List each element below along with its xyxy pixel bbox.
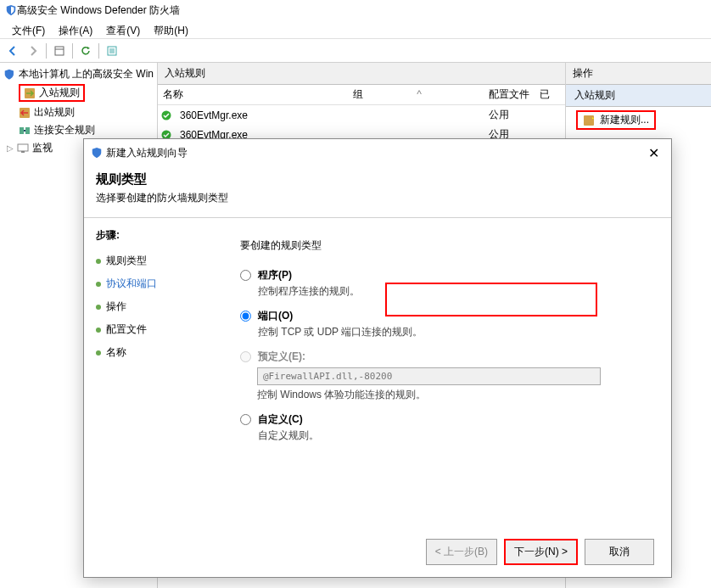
row-name: 360EvtMgr.exe (175, 109, 353, 121)
predefined-desc: 控制 Windows 体验功能连接的规则。 (257, 388, 651, 402)
expand-icon[interactable]: ▷ (7, 143, 14, 153)
tree-outbound[interactable]: 出站规则 (2, 104, 155, 121)
menu-bar: 文件(F) 操作(A) 查看(V) 帮助(H) (0, 20, 711, 39)
tree-root[interactable]: 本地计算机 上的高级安全 Win (2, 66, 155, 82)
row-profile: 公用 (489, 108, 540, 122)
wizard-header: 规则类型 选择要创建的防火墙规则类型 (84, 166, 671, 218)
svg-rect-12 (18, 144, 28, 151)
tree-inbound[interactable]: 入站规则 (2, 82, 155, 104)
menu-action[interactable]: 操作(A) (52, 22, 99, 36)
tree-root-label: 本地计算机 上的高级安全 Win (19, 67, 154, 81)
connsec-icon (19, 125, 31, 137)
monitor-icon (17, 143, 29, 154)
table-row[interactable]: 360EvtMgr.exe 公用 (158, 105, 565, 125)
refresh-button[interactable] (76, 42, 95, 60)
shield-icon (5, 4, 17, 16)
menu-help[interactable]: 帮助(H) (147, 22, 195, 36)
back-button[interactable]: < 上一步(B) (426, 539, 497, 565)
radio-predefined[interactable]: 预定义(E): (240, 350, 651, 364)
radio-program-input[interactable] (240, 270, 251, 281)
radio-predefined-input[interactable] (240, 351, 251, 362)
tree-outbound-label: 出站规则 (34, 105, 75, 120)
col-enabled[interactable]: 已 (540, 87, 550, 102)
center-header: 入站规则 (158, 63, 565, 85)
svg-rect-13 (21, 151, 25, 153)
new-rule-icon (583, 115, 595, 126)
wizard-dialog: 新建入站规则向导 ✕ 规则类型 选择要创建的防火墙规则类型 步骤: 规则类型 协… (83, 138, 672, 578)
radio-custom-label: 自定义(C) (258, 413, 303, 425)
tree-monitor-label: 监视 (32, 141, 53, 155)
close-button[interactable]: ✕ (643, 145, 664, 161)
radio-program-desc: 控制程序连接的规则。 (258, 284, 360, 299)
cancel-button[interactable]: 取消 (585, 539, 654, 565)
wizard-buttons: < 上一步(B) 下一步(N) > 取消 (84, 527, 671, 577)
radio-custom[interactable]: 自定义(C) 自定义规则。 (240, 412, 651, 443)
next-button[interactable]: 下一步(N) > (504, 539, 578, 565)
svg-rect-0 (55, 47, 64, 55)
wizard-content: 要创建的规则类型 程序(P) 控制程序连接的规则。 端口(O) 控制 TCP 或… (220, 218, 671, 527)
toolbar-separator (46, 43, 47, 59)
wizard-heading: 规则类型 (96, 171, 659, 188)
wizard-steps: 步骤: 规则类型 协议和端口 操作 配置文件 名称 (84, 218, 220, 527)
toolbar-btn-list[interactable] (103, 42, 121, 60)
toolbar-separator (72, 43, 73, 59)
actions-subheader: 入站规则 (566, 85, 711, 107)
step-action[interactable]: 操作 (96, 295, 208, 318)
step-name[interactable]: 名称 (96, 341, 208, 364)
menu-file[interactable]: 文件(F) (5, 22, 52, 36)
step-rule-type[interactable]: 规则类型 (96, 249, 208, 272)
action-new-rule[interactable]: 新建规则... (566, 107, 711, 133)
radio-program-label: 程序(P) (258, 269, 292, 281)
allow-icon (158, 110, 175, 120)
radio-port-label: 端口(O) (258, 310, 293, 322)
wizard-prompt: 要创建的规则类型 (240, 238, 651, 253)
svg-rect-16 (584, 115, 594, 126)
toolbar-btn-1[interactable] (50, 42, 69, 60)
window-title: 高级安全 Windows Defender 防火墙 (17, 3, 180, 18)
step-protocol-ports[interactable]: 协议和端口 (96, 272, 208, 295)
radio-predefined-label: 预定义(E): (258, 350, 305, 362)
action-new-rule-label: 新建规则... (600, 113, 649, 127)
actions-header: 操作 (566, 63, 711, 85)
column-headers: 名称 组 ^ 配置文件 已 (158, 85, 565, 105)
col-profile[interactable]: 配置文件 (489, 87, 540, 102)
window-titlebar: 高级安全 Windows Defender 防火墙 (0, 0, 711, 20)
back-button[interactable] (3, 42, 22, 60)
shield-icon (3, 69, 15, 81)
steps-label: 步骤: (96, 228, 208, 243)
svg-rect-10 (25, 127, 30, 134)
tree-connsec-label: 连接安全规则 (34, 123, 95, 137)
radio-custom-input[interactable] (240, 414, 251, 425)
wizard-titlebar: 新建入站规则向导 ✕ (84, 139, 671, 166)
tree-connsec[interactable]: 连接安全规则 (2, 121, 155, 139)
svg-marker-2 (87, 47, 90, 49)
radio-custom-desc: 自定义规则。 (258, 428, 319, 443)
radio-port-desc: 控制 TCP 或 UDP 端口连接的规则。 (258, 325, 423, 339)
radio-port-input[interactable] (240, 311, 251, 322)
step-profile[interactable]: 配置文件 (96, 318, 208, 341)
radio-port[interactable]: 端口(O) 控制 TCP 或 UDP 端口连接的规则。 (240, 309, 651, 339)
outbound-icon (19, 107, 31, 119)
shield-icon (91, 147, 103, 159)
menu-view[interactable]: 查看(V) (99, 22, 147, 36)
radio-program[interactable]: 程序(P) 控制程序连接的规则。 (240, 268, 651, 299)
wizard-body: 步骤: 规则类型 协议和端口 操作 配置文件 名称 要创建的规则类型 程序(P)… (84, 218, 671, 527)
wizard-title: 新建入站规则向导 (106, 146, 188, 160)
forward-button[interactable] (24, 42, 42, 60)
inbound-icon (24, 87, 36, 99)
toolbar-separator (98, 43, 99, 59)
col-name[interactable]: 名称 (158, 87, 353, 102)
svg-rect-9 (20, 127, 24, 134)
sort-indicator-icon: ^ (417, 88, 422, 100)
predefined-select: @FirewallAPI.dll,-80200 (257, 367, 601, 385)
col-group[interactable]: 组 ^ (353, 87, 489, 102)
tree-inbound-label: 入站规则 (39, 86, 80, 100)
wizard-subheading: 选择要创建的防火墙规则类型 (96, 191, 659, 205)
toolbar (0, 39, 711, 63)
